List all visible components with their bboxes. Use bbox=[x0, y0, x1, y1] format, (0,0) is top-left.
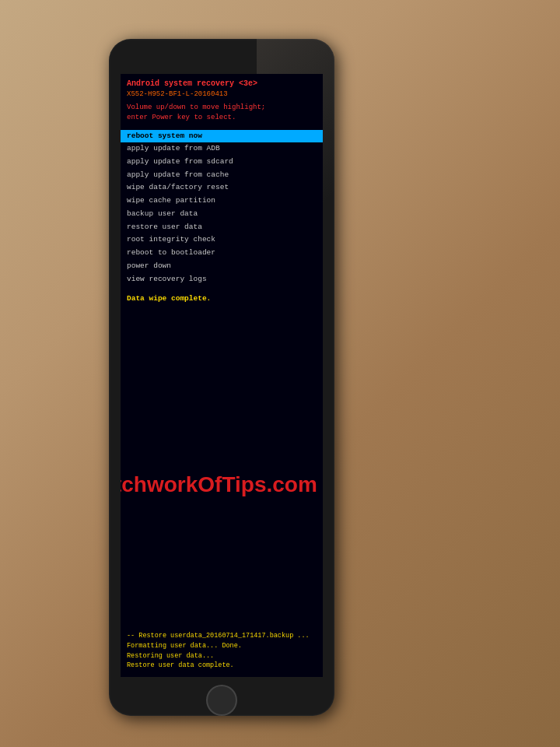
menu-item-4[interactable]: wipe data/factory reset bbox=[121, 181, 323, 195]
instructions-text: Volume up/down to move highlight; enter … bbox=[127, 103, 317, 124]
menu-item-10[interactable]: power down bbox=[121, 260, 323, 273]
log-line-0: -- Restore userdata_20160714_171417.back… bbox=[127, 631, 317, 641]
menu-item-1[interactable]: apply update from ADB bbox=[121, 142, 323, 156]
menu-item-3[interactable]: apply update from cache bbox=[121, 169, 323, 182]
screen-header-area: Android system recovery <3e> X552-H952-B… bbox=[121, 74, 323, 127]
bottom-area: ©PatchworkOfTips.com 2016 -- Restore use… bbox=[121, 307, 323, 677]
bottom-log-area: -- Restore userdata_20160714_171417.back… bbox=[127, 631, 317, 671]
status-message: Data wipe complete. bbox=[127, 293, 317, 304]
log-line-1: Formatting user data... Done. bbox=[127, 641, 317, 651]
recovery-menu: reboot system nowapply update from ADBap… bbox=[121, 130, 323, 286]
menu-item-9[interactable]: reboot to bootloader bbox=[121, 247, 323, 260]
recovery-title: Android system recovery <3e> bbox=[127, 79, 317, 89]
status-section: Data wipe complete. bbox=[121, 289, 323, 307]
instruction-line2: enter Power key to select. bbox=[127, 113, 317, 124]
watermark-text: ©PatchworkOfTips.com 2016 bbox=[121, 472, 323, 497]
menu-item-2[interactable]: apply update from sdcard bbox=[121, 156, 323, 169]
phone-device: Android system recovery <3e> X552-H952-B… bbox=[109, 39, 334, 716]
menu-item-8[interactable]: root integrity check bbox=[121, 233, 323, 247]
device-id: X552-H952-BF1-L-20160413 bbox=[127, 89, 317, 100]
home-button[interactable] bbox=[206, 685, 237, 716]
table-background: Android system recovery <3e> X552-H952-B… bbox=[0, 0, 560, 747]
phone-screen: Android system recovery <3e> X552-H952-B… bbox=[121, 74, 323, 677]
menu-item-11[interactable]: view recovery logs bbox=[121, 273, 323, 286]
log-line-2: Restoring user data... bbox=[127, 651, 317, 661]
menu-item-5[interactable]: wipe cache partition bbox=[121, 195, 323, 208]
log-line-3: Restore user data complete. bbox=[127, 661, 317, 671]
menu-item-6[interactable]: backup user data bbox=[121, 208, 323, 221]
menu-item-7[interactable]: restore user data bbox=[121, 221, 323, 234]
menu-item-0[interactable]: reboot system now bbox=[121, 130, 323, 143]
instruction-line1: Volume up/down to move highlight; bbox=[127, 103, 317, 114]
